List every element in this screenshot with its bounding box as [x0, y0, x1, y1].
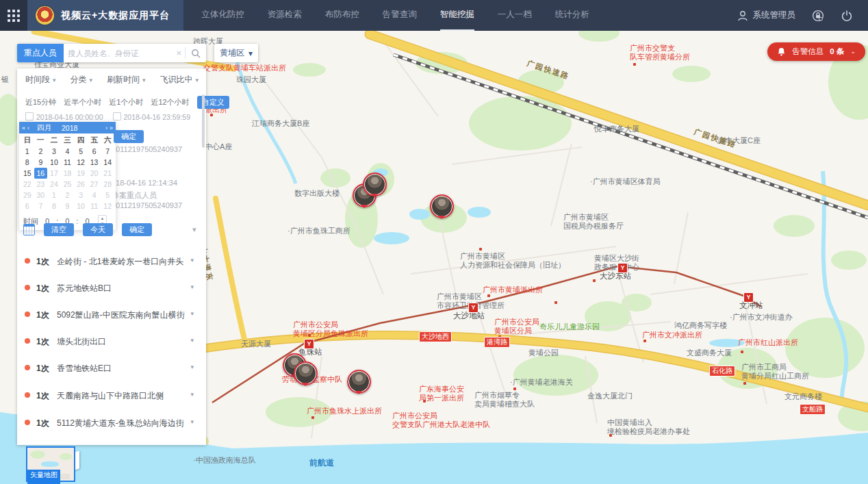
calendar-date[interactable]: 5: [74, 146, 88, 157]
list-item[interactable]: 1次天麓南路与山下中路路口北侧▾: [17, 389, 206, 403]
metro-station-icon[interactable]: Y: [617, 263, 628, 273]
calendar-date[interactable]: 20: [88, 168, 101, 179]
alert-info-pill[interactable]: 告警信息 0 条 ⌄: [767, 42, 865, 61]
menu-item-7[interactable]: 统计分析: [555, 0, 589, 31]
chevron-down-icon[interactable]: ▾: [190, 311, 194, 317]
calendar-date[interactable]: 4: [61, 146, 75, 157]
menu-item-4[interactable]: 告警查询: [383, 0, 417, 31]
calendar-date[interactable]: 7: [101, 146, 114, 157]
capture-count: 1次: [36, 363, 49, 374]
menu-item-3[interactable]: 布防布控: [325, 0, 359, 31]
calendar-date[interactable]: 24: [47, 179, 61, 190]
calendar-date[interactable]: 2: [34, 146, 48, 157]
clear-search-icon[interactable]: ×: [173, 48, 185, 58]
calendar-date[interactable]: 9: [61, 201, 75, 212]
calendar-date[interactable]: 21: [101, 168, 114, 179]
calendar-date[interactable]: 22: [21, 179, 34, 190]
calendar-date[interactable]: 27: [88, 179, 101, 190]
district-dropdown[interactable]: 黄埔区 ▾: [214, 44, 258, 62]
poi-dot-icon: [308, 334, 311, 337]
list-item[interactable]: 1次企岭街 - 北1巷麦岭东一巷口向井头▾: [17, 255, 206, 268]
calendar-date[interactable]: 26: [74, 179, 88, 190]
calendar-date[interactable]: 10: [74, 201, 88, 212]
calendar-date[interactable]: 28: [101, 179, 114, 190]
list-item[interactable]: 1次5112黄埔大道东-鱼珠总站向海边街（全）▾: [17, 416, 206, 430]
search-input[interactable]: [64, 44, 173, 62]
chevron-down-icon[interactable]: ▾: [190, 337, 194, 344]
calendar-year[interactable]: 2018: [62, 124, 103, 132]
calendar-date[interactable]: 3: [47, 146, 61, 157]
calendar-date[interactable]: 9: [34, 157, 48, 168]
security-lock-icon[interactable]: [812, 10, 824, 22]
calendar-date[interactable]: 10: [47, 157, 61, 168]
search-button[interactable]: [186, 44, 206, 62]
calendar-date[interactable]: 4: [88, 190, 101, 201]
picker-confirm-button[interactable]: 确定: [114, 130, 144, 143]
chevron-down-icon[interactable]: ▾: [190, 284, 194, 290]
clear-button[interactable]: 清空: [44, 223, 74, 236]
calendar-date[interactable]: 2: [61, 190, 75, 201]
chevron-down-icon[interactable]: ▾: [190, 419, 194, 425]
chevron-down-icon[interactable]: ▾: [190, 364, 194, 370]
calendar-date[interactable]: 6: [88, 146, 101, 157]
calendar-date[interactable]: 25: [61, 179, 75, 190]
calendar-month[interactable]: 四月: [37, 123, 51, 133]
user-menu[interactable]: 系统管理员: [737, 10, 796, 22]
calendar-date[interactable]: 5: [101, 190, 114, 201]
list-item[interactable]: 1次香雪地铁站E口▾: [17, 361, 206, 375]
calendar-date[interactable]: 1: [21, 146, 34, 157]
list-item[interactable]: 1次塘头北街出口▾: [17, 335, 206, 348]
map-type-label[interactable]: 矢量地图: [27, 470, 60, 484]
calendar-date[interactable]: 1: [47, 190, 61, 201]
calendar-toggle-icon[interactable]: [23, 224, 35, 235]
metro-station-icon[interactable]: Y: [743, 292, 754, 303]
menu-item-5[interactable]: 智能挖掘: [440, 0, 474, 31]
power-icon[interactable]: [841, 10, 853, 22]
prev-year-button[interactable]: «: [22, 125, 25, 131]
calendar-date[interactable]: 30: [34, 190, 48, 201]
calendar-date[interactable]: 13: [88, 157, 101, 168]
app-grid-button[interactable]: [0, 0, 27, 31]
menu-item-2[interactable]: 资源检索: [268, 0, 302, 31]
chevron-down-icon[interactable]: ▾: [190, 257, 194, 264]
confirm-button[interactable]: 确定: [122, 223, 152, 236]
menu-item-6[interactable]: 一人一档: [498, 0, 532, 31]
calendar-date[interactable]: 8: [21, 157, 34, 168]
menu-item-1[interactable]: 立体化防控: [201, 0, 244, 31]
calendar-date[interactable]: 19: [74, 168, 88, 179]
calendar-date[interactable]: 14: [101, 157, 114, 168]
list-item[interactable]: 1次5092蟹山路-中医院东南向蟹山横街▾: [17, 308, 206, 322]
person-capture-marker[interactable]: [363, 173, 387, 196]
poi-dot-icon: [423, 400, 426, 403]
chevron-down-icon[interactable]: ▾: [190, 392, 194, 398]
next-year-button[interactable]: »: [110, 125, 113, 131]
calendar-date[interactable]: 11: [61, 157, 75, 168]
next-month-button[interactable]: ›: [105, 125, 107, 131]
calendar-date[interactable]: 18: [61, 168, 75, 179]
district-value: 黄埔区: [220, 47, 244, 59]
person-capture-marker[interactable]: [294, 361, 318, 385]
list-item[interactable]: 1次苏元地铁站B口▾: [17, 281, 206, 295]
calendar-date[interactable]: 29: [21, 190, 34, 201]
metro-station-icon[interactable]: Y: [468, 303, 478, 313]
calendar-date[interactable]: 17: [47, 168, 61, 179]
panel-scrollbar[interactable]: [202, 94, 205, 148]
today-button[interactable]: 今天: [83, 223, 113, 236]
calendar-date[interactable]: 12: [101, 201, 114, 212]
calendar-date[interactable]: 16: [34, 168, 48, 179]
chevron-down-icon[interactable]: ⌄: [850, 49, 856, 55]
calendar-date[interactable]: 8: [47, 201, 61, 212]
metro-station-icon[interactable]: Y: [304, 339, 314, 349]
calendar-date[interactable]: 23: [34, 179, 48, 190]
prev-month-button[interactable]: ‹: [27, 125, 29, 131]
spin-up-icon[interactable]: ▲: [99, 216, 107, 221]
calendar-date[interactable]: 7: [34, 201, 48, 212]
person-capture-marker[interactable]: [430, 194, 454, 218]
search-category-tab[interactable]: 重点人员: [17, 44, 64, 62]
calendar-date[interactable]: 3: [74, 190, 88, 201]
person-capture-marker[interactable]: [347, 370, 371, 394]
calendar-date[interactable]: 15: [21, 168, 34, 179]
calendar-date[interactable]: 11: [88, 201, 101, 212]
calendar-date[interactable]: 6: [21, 201, 34, 212]
calendar-date[interactable]: 12: [74, 157, 88, 168]
